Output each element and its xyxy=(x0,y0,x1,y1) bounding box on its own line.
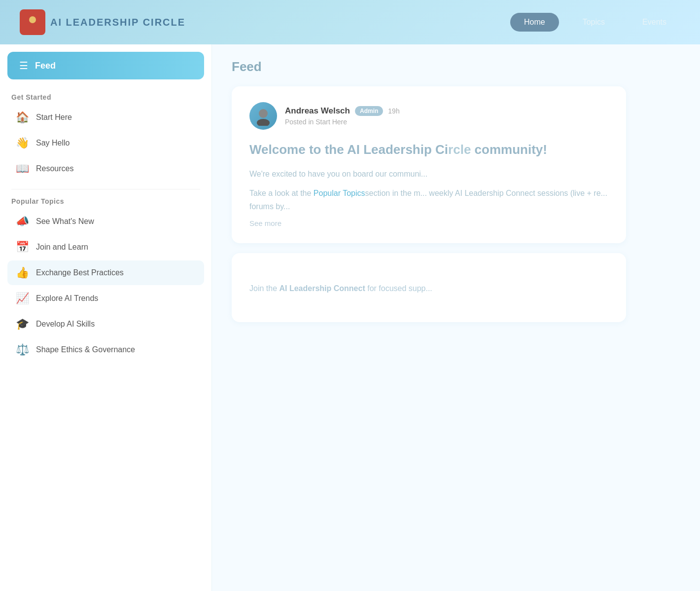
popular-topics-section-label: Popular Topics xyxy=(7,197,204,205)
sidebar-item-resources[interactable]: 📖 Resources xyxy=(7,156,204,181)
sidebar-feed-label: Feed xyxy=(35,61,56,71)
post-meta: Andreas Welsch Admin 19h Posted in Start… xyxy=(285,106,608,126)
nav-topics[interactable]: Topics xyxy=(569,13,619,32)
get-started-section-label: Get Started xyxy=(7,93,204,101)
sidebar: ☰ Feed Get Started 🏠 Start Here 👋 Say He… xyxy=(0,44,212,591)
post-author-name: Andreas Welsch xyxy=(285,106,350,116)
post-card-1: Andreas Welsch Admin 19h Posted in Start… xyxy=(232,86,626,243)
sidebar-divider xyxy=(11,189,200,189)
sidebar-item-shape-ethics-governance[interactable]: ⚖️ Shape Ethics & Governance xyxy=(7,337,204,362)
join-and-learn-label: Join and Learn xyxy=(36,243,88,252)
resources-icon: 📖 xyxy=(15,162,29,175)
avatar xyxy=(249,102,277,130)
logo-area: AI LEADERSHIP CIRCLE xyxy=(20,9,185,35)
popular-topics-link[interactable]: Popular Topics xyxy=(314,189,365,197)
post-time: 19h xyxy=(388,107,399,115)
header: AI LEADERSHIP CIRCLE Home Topics Events xyxy=(0,0,700,44)
sidebar-item-start-here[interactable]: 🏠 Start Here xyxy=(7,105,204,130)
develop-ai-skills-label: Develop AI Skills xyxy=(36,320,95,329)
main-nav: Home Topics Events xyxy=(510,13,680,32)
sidebar-item-see-whats-new[interactable]: 📣 See What's New xyxy=(7,209,204,234)
page-title: Feed xyxy=(232,59,680,74)
svg-point-3 xyxy=(257,119,270,126)
layout: ☰ Feed Get Started 🏠 Start Here 👋 Say He… xyxy=(0,44,700,591)
explore-ai-trends-icon: 📈 xyxy=(15,292,29,305)
start-here-icon: 🏠 xyxy=(15,111,29,124)
sidebar-item-explore-ai-trends[interactable]: 📈 Explore AI Trends xyxy=(7,286,204,311)
post-location: Posted in Start Here xyxy=(285,118,608,126)
svg-point-2 xyxy=(259,109,268,118)
post-card-2: Join the AI Leadership Connect for focus… xyxy=(232,253,626,322)
admin-badge: Admin xyxy=(355,106,383,116)
see-whats-new-icon: 📣 xyxy=(15,215,29,228)
post-card-2-text: Join the AI Leadership Connect for focus… xyxy=(249,282,608,295)
main-content: Feed Andreas Welsch Admin xyxy=(212,44,700,591)
shape-ethics-icon: ⚖️ xyxy=(15,343,29,356)
feed-icon: ☰ xyxy=(19,60,28,72)
logo-icon xyxy=(20,9,45,35)
explore-ai-trends-label: Explore AI Trends xyxy=(36,294,98,303)
develop-ai-skills-icon: 🎓 xyxy=(15,318,29,331)
post-title: Welcome to the AI Leadership Circle comm… xyxy=(249,142,608,158)
sidebar-item-say-hello[interactable]: 👋 Say Hello xyxy=(7,131,204,155)
see-more-link[interactable]: See more xyxy=(249,219,608,227)
nav-events[interactable]: Events xyxy=(629,13,680,32)
post-header: Andreas Welsch Admin 19h Posted in Start… xyxy=(249,102,608,130)
shape-ethics-label: Shape Ethics & Governance xyxy=(36,345,135,354)
join-and-learn-icon: 📅 xyxy=(15,241,29,254)
post-body-2: Take a look at the Popular Topicssection… xyxy=(249,186,608,213)
sidebar-item-join-and-learn[interactable]: 📅 Join and Learn xyxy=(7,235,204,259)
svg-rect-1 xyxy=(27,27,38,30)
exchange-best-practices-label: Exchange Best Practices xyxy=(36,268,124,277)
svg-point-0 xyxy=(29,16,36,23)
sidebar-feed-button[interactable]: ☰ Feed xyxy=(7,52,204,79)
say-hello-label: Say Hello xyxy=(36,139,70,148)
see-whats-new-label: See What's New xyxy=(36,217,94,226)
exchange-best-practices-icon: 👍 xyxy=(15,266,29,279)
sidebar-item-develop-ai-skills[interactable]: 🎓 Develop AI Skills xyxy=(7,312,204,336)
avatar-image xyxy=(249,102,277,130)
logo-text: AI LEADERSHIP CIRCLE xyxy=(50,17,185,28)
post-body-1: We're excited to have you on board our c… xyxy=(249,167,608,181)
say-hello-icon: 👋 xyxy=(15,137,29,149)
resources-label: Resources xyxy=(36,164,73,173)
nav-home[interactable]: Home xyxy=(510,13,559,32)
sidebar-item-exchange-best-practices[interactable]: 👍 Exchange Best Practices xyxy=(7,260,204,285)
post-author-row: Andreas Welsch Admin 19h xyxy=(285,106,608,116)
start-here-label: Start Here xyxy=(36,113,72,122)
